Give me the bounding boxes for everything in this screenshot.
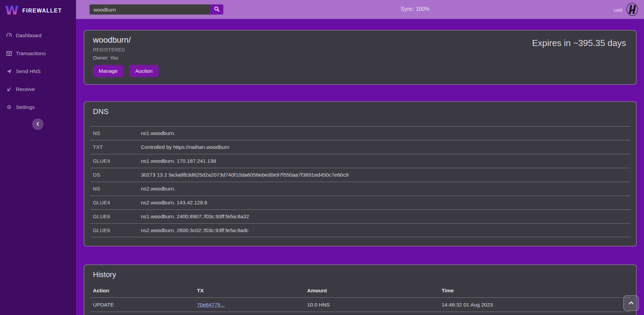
sidebar-item-send-hns[interactable]: Send HNS	[0, 65, 76, 78]
search-bar	[90, 4, 223, 15]
tx-link[interactable]: 70e64775...	[197, 302, 225, 308]
table-icon	[6, 50, 12, 57]
sidebar: W FIREWALLET Dashboard Transactions Send…	[0, 0, 76, 315]
column-header-action: Action	[93, 288, 197, 294]
sidebar-item-dashboard[interactable]: Dashboard	[0, 29, 76, 42]
dns-record-type: GLUE6	[93, 227, 141, 233]
dns-card: DNS NS ns1.woodburn. TXT Controlled by h…	[84, 102, 637, 246]
firewallet-logo-icon: W	[5, 3, 18, 19]
dns-record-row: GLUE4 ns2.woodburn. 143.42.128.6	[90, 196, 630, 209]
expiry-text: Expires in ~395.35 days	[532, 38, 626, 48]
dns-record-row: NS ns1.woodburn.	[90, 126, 630, 140]
sidebar-item-settings[interactable]: ⚙ Settings	[0, 100, 76, 114]
sidebar-collapse-button[interactable]	[32, 118, 44, 130]
dns-record-row: GLUE6 ns1.woodburn. 2400:8907::f03c:93ff…	[90, 209, 630, 223]
history-header-row: Action TX Amount Time	[90, 284, 630, 297]
gear-icon: ⚙	[6, 104, 12, 110]
sidebar-item-label: Receive	[16, 86, 35, 92]
sidebar-item-receive[interactable]: Receive	[0, 83, 76, 96]
history-title: History	[93, 270, 636, 279]
sidebar-item-label: Settings	[16, 104, 35, 110]
domain-card: woodburn/ REGISTERED Owner: You Manage A…	[84, 30, 637, 85]
wallet-area[interactable]: cold	[614, 3, 639, 18]
search-input[interactable]	[90, 4, 210, 15]
sidebar-item-label: Dashboard	[16, 32, 42, 39]
dns-record-type: NS	[93, 130, 141, 136]
dns-record-row: NS ns2.woodburn.	[90, 182, 630, 196]
handshake-logo-icon	[626, 3, 639, 18]
dns-record-value: ns1.woodburn. 2400:8907::f03c:93ff:fe5a:…	[141, 213, 249, 220]
chevron-up-icon	[628, 300, 634, 306]
dns-record-row: DS 30273 13 2 9a3a8fb3d625d2a2073d740f10…	[90, 168, 630, 182]
auction-button[interactable]: Auction	[129, 65, 158, 77]
scroll-to-top-button[interactable]	[623, 295, 639, 311]
sidebar-item-label: Send HNS	[16, 68, 41, 74]
dns-record-row: GLUE6 ns2.woodburn. 2600:3c02::f03c:93ff…	[90, 223, 630, 237]
dns-record-row: TXT Controlled by https://nathan.woodbur…	[90, 140, 630, 154]
dns-record-value: ns2.woodburn. 2600:3c02::f03c:93ff:fe5a:…	[141, 227, 249, 233]
history-card: History Action TX Amount Time UPDATE 70e…	[84, 265, 637, 315]
dns-record-value: ns2.woodburn. 143.42.128.6	[141, 200, 207, 206]
dns-record-value: 30273 13 2 9a3a8fb3d625d2a2073d740f10da6…	[141, 172, 349, 178]
column-header-time: Time	[442, 288, 630, 294]
dns-title: DNS	[93, 107, 636, 116]
history-row: UPDATE 70e64775... 10.0 HNS 14:46:32 01 …	[90, 297, 630, 312]
column-header-amount: Amount	[307, 288, 442, 294]
dns-record-value: Controlled by https://nathan.woodburn	[141, 144, 229, 150]
domain-owner: Owner: You	[93, 55, 627, 61]
dns-record-type: NS	[93, 186, 141, 192]
svg-text:W: W	[5, 3, 18, 17]
send-icon	[6, 68, 12, 74]
sidebar-item-label: Transactions	[16, 50, 46, 57]
dns-table: NS ns1.woodburn. TXT Controlled by https…	[90, 126, 630, 237]
gauge-icon	[6, 32, 12, 39]
history-action: UPDATE	[93, 302, 197, 308]
sync-status: Sync: 100%	[401, 6, 429, 12]
history-table: Action TX Amount Time UPDATE 70e64775...…	[90, 284, 630, 315]
search-button[interactable]	[210, 4, 223, 15]
brand[interactable]: W FIREWALLET	[0, 0, 76, 19]
history-row: RENEW d7b4c5f2... 10.0 HNS 15:47:30 07 F…	[90, 312, 630, 315]
history-amount: 10.0 HNS	[307, 302, 442, 308]
manage-button[interactable]: Manage	[93, 65, 123, 77]
dns-record-type: GLUE4	[93, 158, 141, 164]
dns-record-type: TXT	[93, 144, 141, 150]
search-icon	[214, 6, 220, 13]
column-header-tx: TX	[197, 288, 307, 294]
sidebar-nav: Dashboard Transactions Send HNS Receive …	[0, 29, 76, 114]
receive-icon	[6, 86, 12, 92]
dns-record-type: GLUE4	[93, 200, 141, 206]
dns-record-value: ns1.woodburn.	[141, 130, 175, 136]
dns-record-row: GLUE4 ns1.woodburn. 170.187.241.138	[90, 154, 630, 168]
topbar: Sync: 100% cold	[76, 0, 644, 19]
dns-record-type: GLUE6	[93, 213, 141, 220]
brand-name: FIREWALLET	[22, 8, 62, 14]
dns-record-value: ns2.woodburn.	[141, 186, 175, 192]
sidebar-item-transactions[interactable]: Transactions	[0, 47, 76, 60]
history-time: 14:46:32 01 Aug 2023	[442, 302, 630, 308]
chevron-left-icon	[36, 121, 40, 127]
dns-record-type: DS	[93, 172, 141, 178]
wallet-name: cold	[614, 7, 622, 13]
dns-record-value: ns1.woodburn. 170.187.241.138	[141, 158, 216, 164]
